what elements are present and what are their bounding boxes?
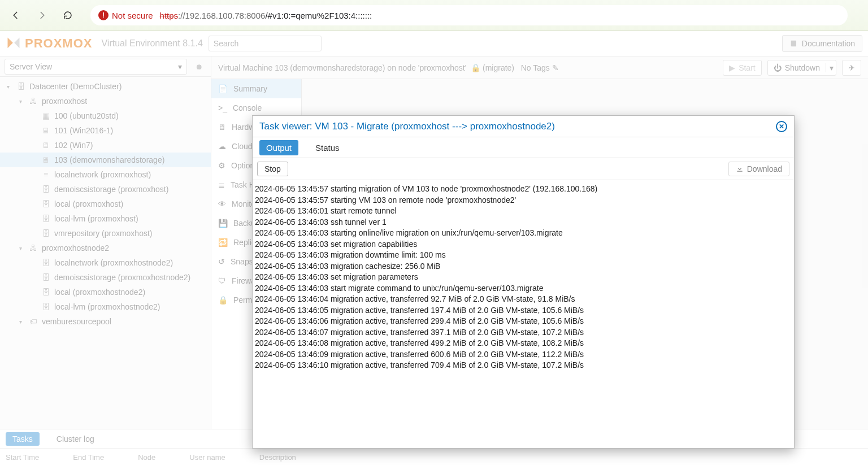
content-header: Virtual Machine 103 (demovmonsharedstora… xyxy=(211,56,868,79)
tree-item[interactable]: ≡localnetwork (proxmoxhost) xyxy=(0,167,211,182)
start-button[interactable]: ▶ Start xyxy=(723,60,762,76)
app-header: PROXMOX Virtual Environment 8.1.4 Docume… xyxy=(0,31,868,56)
tree-datacenter[interactable]: ▾🗄Datacenter (DemoCluster) xyxy=(0,79,211,94)
documentation-button[interactable]: Documentation xyxy=(782,35,862,52)
not-secure-badge[interactable]: ! Not secure xyxy=(98,10,153,20)
tree-label: local (proxmoxhost) xyxy=(54,199,123,208)
col-description[interactable]: Description xyxy=(259,453,296,462)
tree-item[interactable]: 🗄local (proxmoxhostnode2) xyxy=(0,285,211,299)
tree-item[interactable]: 🗄demoiscsistorage (proxmoxhost) xyxy=(0,182,211,197)
tree-node-proxmoxhost[interactable]: ▾🖧proxmoxhost xyxy=(0,94,211,108)
tree-item[interactable]: ▦100 (ubuntu20std) xyxy=(0,108,211,123)
log-line: 2024-06-05 13:45:57 starting migration o… xyxy=(255,184,792,195)
node-icon: 🗄 xyxy=(41,273,51,282)
tree-label: local (proxmoxhostnode2) xyxy=(54,288,145,297)
node-icon: 🗄 xyxy=(41,199,51,208)
tree-item[interactable]: 🗄vmrepository (proxmoxhost) xyxy=(0,226,211,241)
tree-label: Datacenter (DemoCluster) xyxy=(29,82,121,91)
node-icon: 🗄 xyxy=(41,229,51,238)
browser-toolbar: ! Not secure https://192.168.100.78:8006… xyxy=(0,0,868,31)
no-tags-label[interactable]: No Tags xyxy=(521,63,550,72)
node-icon: 🗄 xyxy=(41,258,51,267)
not-secure-label: Not secure xyxy=(112,11,153,20)
tab-icon: 🛡 xyxy=(218,276,226,285)
view-selector[interactable]: Server View ▾ xyxy=(5,59,187,75)
tab-summary[interactable]: 📄Summary xyxy=(211,79,301,98)
log-line: 2024-06-05 13:46:09 migration active, tr… xyxy=(255,349,792,360)
node-icon: 🖧 xyxy=(28,97,38,106)
log-line: 2024-06-05 13:46:06 migration active, tr… xyxy=(255,316,792,327)
log-line: 2024-06-05 13:46:03 ssh tunnel ver 1 xyxy=(255,217,792,228)
env-label: Virtual Environment 8.1.4 xyxy=(101,38,202,49)
back-button[interactable] xyxy=(7,6,25,24)
vm-title: Virtual Machine 103 (demovmonsharedstora… xyxy=(218,63,466,72)
node-icon: 🗄 xyxy=(41,185,51,194)
tab-console[interactable]: >_Console xyxy=(211,98,301,118)
log-line: 2024-06-05 13:46:10 migration active, tr… xyxy=(255,360,792,371)
tab-icon: ≣ xyxy=(218,180,225,189)
resource-tree: ▾🗄Datacenter (DemoCluster)▾🖧proxmoxhost▦… xyxy=(0,77,211,429)
tree-item[interactable]: 🗄local-lvm (proxmoxhostnode2) xyxy=(0,299,211,314)
tree-item[interactable]: 🗄localnetwork (proxmoxhostnode2) xyxy=(0,255,211,270)
console-launch-button[interactable]: ✈ xyxy=(842,60,861,76)
tree-pool[interactable]: ▾🏷vemburesourcepool xyxy=(0,314,211,329)
log-line: 2024-06-05 13:46:01 start remote tunnel xyxy=(255,206,792,217)
chevron-down-icon[interactable]: ▾ xyxy=(826,63,834,72)
tab-icon: 📄 xyxy=(218,84,228,93)
settings-gear-icon[interactable] xyxy=(190,59,206,75)
tasks-tab[interactable]: Tasks xyxy=(6,432,40,446)
output-tab[interactable]: Output xyxy=(259,140,298,155)
download-button[interactable]: Download xyxy=(728,162,789,176)
node-icon: 🖥 xyxy=(41,141,51,150)
tree-label: local-lvm (proxmoxhostnode2) xyxy=(54,302,160,311)
status-tab[interactable]: Status xyxy=(309,140,346,155)
proxmox-logo[interactable]: PROXMOX xyxy=(6,36,92,51)
task-log[interactable]: 2024-06-05 13:45:57 starting migration o… xyxy=(253,180,794,448)
tree-node-proxmoxhostnode2[interactable]: ▾🖧proxmoxhostnode2 xyxy=(0,241,211,255)
search-input[interactable] xyxy=(209,36,322,51)
close-button[interactable]: ✕ xyxy=(776,121,787,132)
tab-label: Summary xyxy=(233,84,267,93)
log-line: 2024-06-05 13:46:03 starting online/live… xyxy=(255,228,792,239)
log-line: 2024-06-05 13:46:03 set migration parame… xyxy=(255,272,792,283)
warning-icon: ! xyxy=(98,10,108,20)
forward-button[interactable] xyxy=(33,6,51,24)
reload-button[interactable] xyxy=(59,6,77,24)
tree-item[interactable]: 🗄local (proxmoxhost) xyxy=(0,197,211,211)
stop-button[interactable]: Stop xyxy=(257,162,288,176)
tree-label: proxmoxhostnode2 xyxy=(42,243,109,253)
col-user[interactable]: User name xyxy=(189,453,225,462)
tab-icon: ↺ xyxy=(218,257,225,266)
log-line: 2024-06-05 13:46:03 migration cachesize:… xyxy=(255,261,792,272)
node-icon: 🖥 xyxy=(41,155,51,164)
tab-icon: 👁 xyxy=(218,199,226,208)
tab-icon: ⚙ xyxy=(218,161,225,170)
node-icon: 🖥 xyxy=(41,126,51,135)
col-end-time[interactable]: End Time xyxy=(73,453,104,462)
tree-item[interactable]: 🖥101 (Win2016-1) xyxy=(0,123,211,138)
view-selector-label: Server View xyxy=(10,62,52,71)
tab-icon: ☁ xyxy=(218,142,226,151)
shutdown-button[interactable]: ⏻ Shutdown▾ xyxy=(767,60,836,76)
log-line: 2024-06-05 13:46:08 migration active, tr… xyxy=(255,338,792,349)
tree-item[interactable]: 🗄demoiscsistorage (proxmoxhostnode2) xyxy=(0,270,211,285)
tab-icon: 💾 xyxy=(218,219,228,228)
download-label: Download xyxy=(747,164,782,173)
tab-icon: 🔁 xyxy=(218,238,228,247)
tree-item[interactable]: 🖥102 (Win7) xyxy=(0,138,211,153)
col-node[interactable]: Node xyxy=(138,453,155,462)
node-icon: ≡ xyxy=(41,170,51,179)
tree-label: localnetwork (proxmoxhostnode2) xyxy=(54,258,173,267)
node-icon: 🗄 xyxy=(16,82,26,91)
address-bar[interactable]: ! Not secure https://192.168.100.78:8006… xyxy=(90,5,848,25)
cluster-log-tab[interactable]: Cluster log xyxy=(50,432,101,446)
log-line: 2024-06-05 13:46:07 migration active, tr… xyxy=(255,327,792,338)
tree-item[interactable]: 🗄local-lvm (proxmoxhost) xyxy=(0,211,211,226)
tree-label: 102 (Win7) xyxy=(54,141,93,150)
resource-tree-panel: Server View ▾ ▾🗄Datacenter (DemoCluster)… xyxy=(0,56,211,429)
col-start-time[interactable]: Start Time xyxy=(6,453,39,462)
tree-label: local-lvm (proxmoxhost) xyxy=(54,214,138,223)
tree-item[interactable]: 🖥103 (demovmonsharedstorage) xyxy=(0,153,211,167)
tab-icon: >_ xyxy=(218,103,227,112)
tree-label: 100 (ubuntu20std) xyxy=(54,111,119,120)
